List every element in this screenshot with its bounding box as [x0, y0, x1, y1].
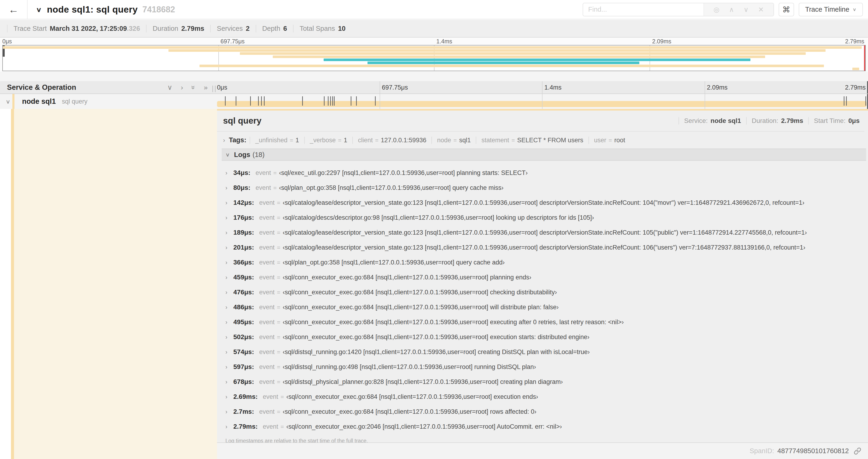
log-row[interactable]: › 2.69ms: event = ‹sql/conn_executor_exe… [222, 389, 866, 404]
log-marker-tick [334, 96, 335, 106]
detail-summary-value: node sql1 [711, 117, 741, 125]
find-input[interactable] [583, 3, 704, 16]
log-expander-icon[interactable]: › [225, 229, 233, 236]
trace-info-label: Duration [153, 25, 178, 32]
logs-count: (18) [252, 151, 265, 159]
log-expander-icon[interactable]: › [225, 334, 233, 340]
find-next-icon[interactable]: ∨ [744, 6, 748, 13]
detail-summary: Service: node sql1 Duration: 2.79ms Star… [679, 117, 861, 125]
tags-label: Tags: [229, 136, 246, 144]
log-timestamp: 2.69ms: [233, 393, 257, 400]
detail-left-fill [14, 109, 217, 459]
span-row-timeline[interactable] [217, 94, 868, 109]
tag-key: _unfinished [255, 137, 287, 144]
log-row[interactable]: › 80μs: event = ‹sql/plan_opt.go:358 [ns… [222, 180, 866, 195]
log-expander-icon[interactable]: › [225, 393, 233, 400]
log-value: ‹sql/conn_executor_exec.go:684 [nsql1,cl… [283, 289, 557, 296]
span-row-name-column: ∨ node sql1 sql query [0, 94, 217, 109]
log-expander-icon[interactable]: › [225, 408, 233, 415]
log-row[interactable]: › 366μs: event = ‹sql/plan_opt.go:358 [n… [222, 255, 866, 270]
expand-all-icon[interactable]: » [204, 84, 208, 91]
log-equals: = [277, 259, 280, 266]
minimap-canvas[interactable] [2, 45, 866, 71]
log-value: ‹sql/catalog/lease/descriptor_version_st… [283, 199, 804, 206]
log-field-name: event [259, 363, 275, 371]
find-prev-icon[interactable]: ∧ [729, 6, 734, 13]
logs-header[interactable]: ∨ Logs (18) [222, 149, 866, 161]
log-row[interactable]: › 574μs: event = ‹sql/distsql_running.go… [222, 345, 866, 359]
log-row[interactable]: › 201μs: event = ‹sql/catalog/lease/desc… [222, 240, 866, 255]
log-equals: = [277, 349, 280, 355]
log-expander-icon[interactable]: › [225, 259, 233, 266]
span-row[interactable]: ∨ node sql1 sql query [0, 94, 868, 109]
tag-equals: = [338, 137, 342, 144]
back-button[interactable]: ← [0, 0, 28, 19]
logs-title: Logs [234, 151, 250, 159]
collapse-all-icon[interactable]: » [190, 85, 197, 89]
minimap-span-bar [240, 52, 806, 55]
log-row[interactable]: › 486μs: event = ‹sql/conn_executor_exec… [222, 300, 866, 315]
log-row[interactable]: › 2.7ms: event = ‹sql/conn_executor_exec… [222, 404, 866, 419]
log-field-name: event [259, 378, 275, 386]
log-row[interactable]: › 176μs: event = ‹sql/catalog/descs/desc… [222, 210, 866, 225]
log-expander-icon[interactable]: › [225, 170, 233, 176]
log-marker-tick [328, 96, 329, 106]
minimap-right-scrubber[interactable] [864, 45, 865, 71]
column-resizer-grip[interactable] [212, 86, 216, 92]
log-row[interactable]: › 459μs: event = ‹sql/conn_executor_exec… [222, 270, 866, 285]
deep-link-icon[interactable] [854, 447, 862, 455]
find-clear-icon[interactable]: ✕ [758, 6, 764, 13]
log-row[interactable]: › 476μs: event = ‹sql/conn_executor_exec… [222, 285, 866, 300]
log-row[interactable]: › 34μs: event = ‹sql/exec_util.go:2297 [… [222, 165, 866, 180]
span-collapse-icon[interactable]: ∨ [6, 98, 10, 105]
timeline-minimap: 0μs697.75μs1.4ms2.09ms2.79ms [0, 38, 868, 72]
detail-summary-value: 2.79ms [781, 117, 803, 125]
log-row[interactable]: › 597μs: event = ‹sql/distsql_running.go… [222, 359, 866, 374]
keyboard-shortcuts-button[interactable]: ⌘ [779, 3, 794, 16]
log-expander-icon[interactable]: › [225, 274, 233, 281]
log-expander-icon[interactable]: › [225, 199, 233, 206]
log-field-name: event [259, 274, 275, 281]
log-list: › 34μs: event = ‹sql/exec_util.go:2297 [… [222, 161, 866, 434]
logs-collapse-icon[interactable]: ∨ [225, 152, 230, 158]
minimap-span-bar [273, 56, 765, 58]
log-field-name: event [259, 259, 275, 266]
log-row[interactable]: › 502μs: event = ‹sql/conn_executor_exec… [222, 330, 866, 345]
log-equals: = [277, 229, 280, 236]
log-expander-icon[interactable]: › [225, 423, 233, 430]
log-timestamp: 486μs: [233, 303, 254, 311]
log-equals: = [277, 214, 280, 221]
find-box: ◎ ∧ ∨ ✕ [583, 3, 774, 16]
tags-expander-icon[interactable]: › [223, 137, 225, 144]
span-duration-bar[interactable] [217, 101, 867, 107]
log-row[interactable]: › 142μs: event = ‹sql/catalog/lease/desc… [222, 195, 866, 210]
log-row[interactable]: › 495μs: event = ‹sql/conn_executor_exec… [222, 315, 866, 330]
log-expander-icon[interactable]: › [225, 214, 233, 221]
log-expander-icon[interactable]: › [225, 244, 233, 251]
log-expander-icon[interactable]: › [225, 349, 233, 355]
log-expander-icon[interactable]: › [225, 319, 233, 326]
log-row[interactable]: › 2.79ms: event = ‹sql/conn_executor_exe… [222, 419, 866, 434]
tag-equals: = [375, 137, 378, 144]
timeline-tick-label: 2.09ms [650, 38, 671, 45]
log-expander-icon[interactable]: › [225, 379, 233, 385]
span-id-label: SpanID: [750, 447, 774, 455]
title-collapse-icon[interactable]: ∨ [36, 6, 42, 13]
tags-row[interactable]: › Tags: _unfinished = 1 _verbose = 1 [217, 132, 868, 147]
expand-collapse-controls: ∨›»» [167, 84, 217, 91]
expand-one-icon[interactable]: › [181, 84, 183, 91]
log-field-name: event [259, 333, 275, 341]
tag-item: user = root [588, 137, 630, 144]
locate-icon[interactable]: ◎ [714, 6, 719, 13]
detail-operation-title: sql query [223, 116, 261, 126]
log-expander-icon[interactable]: › [225, 289, 233, 296]
log-expander-icon[interactable]: › [225, 185, 233, 191]
back-arrow-icon: ← [8, 4, 19, 15]
log-row[interactable]: › 189μs: event = ‹sql/catalog/lease/desc… [222, 225, 866, 240]
log-row[interactable]: › 678μs: event = ‹sql/distsql_physical_p… [222, 374, 866, 389]
collapse-one-icon[interactable]: ∨ [167, 84, 173, 91]
log-expander-icon[interactable]: › [225, 364, 233, 370]
log-expander-icon[interactable]: › [225, 304, 233, 311]
log-timestamp: 34μs: [233, 169, 250, 176]
view-selector-button[interactable]: Trace Timeline ∨ [799, 3, 863, 16]
